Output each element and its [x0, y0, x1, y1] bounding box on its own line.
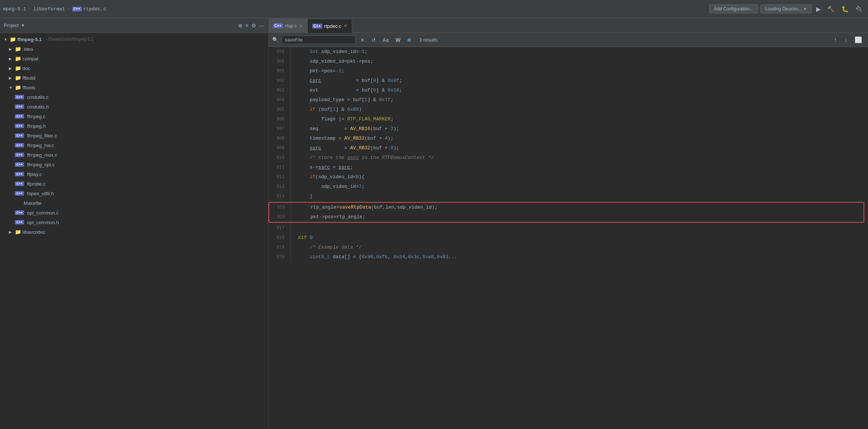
- tree-item-ffmpeg-h[interactable]: C++ ffmpeg.h: [0, 121, 268, 131]
- code-content-909: ssrc = AV_RB32(buf + 8);: [291, 143, 868, 153]
- tree-cmdutils-c-label: cmdutils.c: [27, 94, 49, 100]
- code-content-908: timestamp = AV_RB32(buf + 4);: [291, 134, 868, 143]
- tree-makefile-label: Makefile: [24, 200, 41, 206]
- breadcrumb-mpeg: mpeg-5.1: [3, 6, 26, 12]
- tree-arrow-root: ▼: [4, 37, 8, 41]
- search-input[interactable]: [281, 36, 355, 44]
- search-expand-button[interactable]: ⬜: [852, 36, 864, 44]
- search-regex-button[interactable]: ✱: [405, 36, 413, 44]
- code-line-911: 911 s->ssrc = ssrc;: [268, 163, 868, 172]
- cpp-badge-fopen-utf8-h: C++: [15, 191, 24, 196]
- tree-item-opt-common-h[interactable]: C++ opt_common.h: [0, 217, 268, 227]
- code-view: 899 int sdp_video_id=-1; 900 sdp_video_i…: [268, 47, 868, 429]
- sidebar-header: Project ▼ ⊕ ≡ ⚙ —: [0, 18, 268, 33]
- cpp-badge-ffprobe-c: C++: [15, 182, 24, 186]
- cpp-badge-cmdutils-c: C++: [15, 95, 24, 99]
- topbar: mpeg-5.1 › libavformat › C++ rtpdec.c Ad…: [0, 0, 868, 18]
- sidebar-add-icon[interactable]: ⊕: [238, 23, 243, 29]
- code-content-913: sdp_video_id=7;: [291, 182, 868, 192]
- cpp-badge-ffmpeg-hw-c: C++: [15, 143, 24, 147]
- tree-arrow-doc: ▶: [9, 66, 13, 70]
- search-match-case-button[interactable]: Aa: [381, 36, 391, 44]
- tab-rtsp-c[interactable]: C++ rtsp.c ✕: [268, 19, 308, 33]
- tree-item-compat[interactable]: ▶ 📁 compat: [0, 54, 268, 63]
- folder-icon-idea: 📁: [15, 46, 21, 52]
- tree-item-cmdutils-h[interactable]: C++ cmdutils.h: [0, 102, 268, 112]
- code-content-910: /* store the ssrc in the RTPDemuxContext…: [291, 153, 868, 163]
- tree-ffbuild-label: ffbuild: [23, 75, 35, 81]
- search-clear-button[interactable]: ✕: [358, 36, 367, 44]
- tree-item-root[interactable]: ▼ 📁 ffmpeg-5.1 ~/Downloads/ffmpeg-5.1: [0, 34, 268, 44]
- tree-ffmpeg-c-label: ffmpeg.c: [27, 114, 46, 119]
- search-next-button[interactable]: ↓: [842, 36, 849, 44]
- tree-opt-common-h-label: opt_common.h: [27, 220, 59, 225]
- tree-item-ffprobe-c[interactable]: C++ ffprobe.c: [0, 179, 268, 189]
- cpp-badge-ffplay-c: C++: [15, 172, 24, 176]
- tree-item-ffbuild[interactable]: ▶ 📁 ffbuild: [0, 73, 268, 83]
- line-num-919: 919: [268, 243, 291, 252]
- search-refresh-button[interactable]: ↺: [370, 36, 378, 44]
- tree-item-ffmpeg-opt-c[interactable]: C++ ffmpeg_opt.c: [0, 160, 268, 169]
- code-line-901: 901 pkt->pos=-1;: [268, 66, 868, 76]
- tree-ffplay-c-label: ffplay.c: [27, 172, 42, 177]
- tree-arrow-compat: ▶: [9, 57, 13, 61]
- tree-item-fftools[interactable]: ▼ 📁 fftools: [0, 83, 268, 92]
- tree-compat-label: compat: [23, 56, 39, 61]
- add-config-button[interactable]: Add Configuration...: [709, 4, 758, 13]
- cpp-badge-ffmpeg-opt-c: C++: [15, 162, 24, 167]
- tree-item-doc[interactable]: ▶ 📁 doc: [0, 63, 268, 73]
- tab-rtsp-c-label: rtsp.c: [285, 23, 297, 29]
- sidebar-minimize-icon[interactable]: —: [259, 23, 264, 29]
- line-num-901: 901: [268, 66, 291, 76]
- cpp-badge-tab-rtpdec: C++: [312, 24, 322, 29]
- tree-item-ffmpeg-hw-c[interactable]: C++ ffmpeg_hw.c: [0, 140, 268, 150]
- code-line-910: 910 /* store the ssrc in the RTPDemuxCon…: [268, 153, 868, 163]
- code-line-899: 899 int sdp_video_id=-1;: [268, 47, 868, 57]
- search-prev-button[interactable]: ↑: [832, 36, 839, 44]
- tree-fftools-label: fftools: [23, 85, 35, 90]
- loading-devices-button[interactable]: Loading Devices... ▼: [760, 4, 812, 13]
- code-line-909: 909 ssrc = AV_RB32(buf + 8);: [268, 143, 868, 153]
- sidebar-settings-icon[interactable]: ⚙: [251, 23, 256, 29]
- tab-rtpdec-c[interactable]: C++ rtpdec.c ✕: [308, 19, 352, 33]
- tree-arrow-idea: ▶: [9, 47, 13, 51]
- folder-icon-fftools: 📁: [15, 84, 21, 90]
- line-num-916: 916: [269, 212, 291, 222]
- tab-rtsp-c-close[interactable]: ✕: [299, 23, 303, 29]
- code-content-904: payload_type = buf[1] & 0x7f;: [291, 95, 868, 105]
- search-whole-word-button[interactable]: W: [394, 36, 402, 44]
- tree-item-ffmpeg-filter-c[interactable]: C++ ffmpeg_filter.c: [0, 131, 268, 140]
- line-num-908: 908: [268, 134, 291, 143]
- tree-arrow-ffbuild: ▶: [9, 76, 13, 80]
- tree-item-ffmpeg-c[interactable]: C++ ffmpeg.c: [0, 112, 268, 121]
- line-num-900: 900: [268, 57, 291, 66]
- build-button[interactable]: 🔨: [825, 4, 837, 14]
- sidebar-collapse-icon[interactable]: ≡: [246, 23, 248, 29]
- tree-item-ffmpeg-mux-c[interactable]: C++ ffmpeg_mux.c: [0, 150, 268, 160]
- line-num-917: 917: [268, 223, 291, 233]
- tree-arrow-libavcodec: ▶: [9, 230, 13, 234]
- tree-item-makefile[interactable]: Makefile: [0, 198, 268, 208]
- tree-ffmpeg-hw-c-label: ffmpeg_hw.c: [27, 143, 54, 148]
- debug-button[interactable]: 🐛: [839, 4, 851, 14]
- code-content-920: uint8_t data[] = {0x90,0xfb, 0x34,0x3c,0…: [291, 252, 868, 262]
- tree-item-fopen-utf8-h[interactable]: C++ fopen_utf8.h: [0, 189, 268, 198]
- run-button[interactable]: ▶: [814, 4, 823, 14]
- code-content-903: ext = buf[0] & 0x10;: [291, 86, 868, 95]
- plugin-button[interactable]: 🔌: [853, 4, 865, 14]
- chevron-down-icon: ▼: [803, 7, 807, 11]
- folder-icon-ffbuild: 📁: [15, 75, 21, 81]
- tree-item-opt-common-c[interactable]: C++ opt_common.c: [0, 208, 268, 217]
- highlighted-block: 915 rtp_angle=saveRtpData(buf,len,sdp_vi…: [268, 202, 864, 223]
- loading-devices-label: Loading Devices...: [765, 6, 802, 11]
- tree-item-ffplay-c[interactable]: C++ ffplay.c: [0, 169, 268, 179]
- code-line-918: 918 #if 0: [268, 233, 868, 243]
- tree-item-cmdutils-c[interactable]: C++ cmdutils.c: [0, 92, 268, 102]
- tree-item-idea[interactable]: ▶ 📁 .idea: [0, 44, 268, 54]
- tree-ffmpeg-opt-c-label: ffmpeg_opt.c: [27, 162, 55, 167]
- tree-ffmpeg-h-label: ffmpeg.h: [27, 123, 46, 129]
- line-num-904: 904: [268, 95, 291, 105]
- tab-rtpdec-c-close[interactable]: ✕: [344, 23, 347, 29]
- tree-item-libavcodec[interactable]: ▶ 📁 libavcodec: [0, 227, 268, 237]
- tree-ffprobe-c-label: ffprobe.c: [27, 181, 46, 187]
